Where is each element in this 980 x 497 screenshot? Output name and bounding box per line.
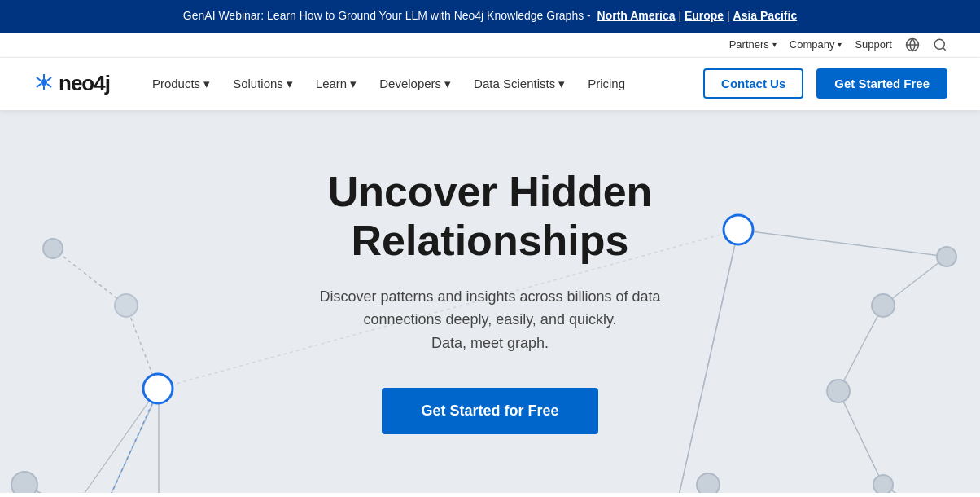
banner-separator-1: | <box>678 9 685 22</box>
pricing-label: Pricing <box>588 77 625 90</box>
svg-point-4 <box>41 79 47 86</box>
svg-line-9 <box>37 84 41 87</box>
products-label: Products <box>152 77 200 90</box>
get-started-free-button[interactable]: Get Started Free <box>816 68 947 99</box>
nav-solutions[interactable]: Solutions ▾ <box>223 70 303 98</box>
logo[interactable]: neo4j <box>33 71 110 97</box>
top-banner: GenAI Webinar: Learn How to Ground Your … <box>0 0 980 33</box>
support-label: Support <box>855 38 892 51</box>
svg-line-3 <box>943 47 945 50</box>
learn-label: Learn <box>316 77 347 90</box>
partners-menu[interactable]: Partners ▾ <box>729 38 777 51</box>
hero-subtitle-line1: Discover patterns and insights across bi… <box>319 288 660 305</box>
hero-subtitle: Discover patterns and insights across bi… <box>319 285 660 355</box>
nav-developers[interactable]: Developers ▾ <box>370 70 461 98</box>
support-link[interactable]: Support <box>855 38 892 51</box>
nav-data-scientists[interactable]: Data Scientists ▾ <box>464 70 575 98</box>
banner-link-asia-pacific[interactable]: Asia Pacific <box>733 9 798 22</box>
hero-title-line1: Uncover Hidden <box>328 168 653 215</box>
svg-point-36 <box>11 472 37 493</box>
svg-line-10 <box>37 77 41 81</box>
logo-text: neo4j <box>59 71 110 96</box>
products-chevron-icon: ▾ <box>203 77 210 91</box>
svg-line-7 <box>47 84 51 87</box>
get-started-for-free-button[interactable]: Get Started for Free <box>382 388 597 434</box>
banner-link-europe[interactable]: Europe <box>685 9 724 22</box>
hero-content: Uncover Hidden Relationships Discover pa… <box>303 119 676 483</box>
utility-nav: Partners ▾ Company ▾ Support <box>0 33 980 58</box>
developers-label: Developers <box>379 77 441 90</box>
svg-line-6 <box>47 77 51 81</box>
learn-chevron-icon: ▾ <box>350 77 357 91</box>
svg-point-46 <box>697 473 720 493</box>
svg-line-24 <box>838 306 883 391</box>
svg-point-39 <box>937 247 956 266</box>
company-chevron-icon: ▾ <box>838 40 842 49</box>
solutions-label: Solutions <box>233 77 283 90</box>
nav-products[interactable]: Products ▾ <box>142 70 220 98</box>
svg-point-40 <box>872 294 895 317</box>
solutions-chevron-icon: ▾ <box>287 77 293 91</box>
svg-point-35 <box>115 294 138 317</box>
nav-actions: Contact Us Get Started Free <box>703 68 947 99</box>
svg-line-25 <box>838 391 883 485</box>
data-scientists-chevron-icon: ▾ <box>558 77 565 91</box>
svg-point-51 <box>724 215 753 244</box>
svg-line-32 <box>73 389 159 493</box>
svg-line-21 <box>738 230 947 257</box>
svg-point-41 <box>827 380 850 402</box>
nav-items: Products ▾ Solutions ▾ Learn ▾ Developer… <box>142 70 703 98</box>
svg-point-42 <box>873 475 893 493</box>
svg-line-11 <box>53 248 126 306</box>
partners-label: Partners <box>729 38 769 51</box>
hero-title-line2: Relationships <box>352 217 629 264</box>
partners-chevron-icon: ▾ <box>772 40 777 49</box>
search-icon[interactable] <box>933 37 947 52</box>
company-label: Company <box>790 38 835 51</box>
svg-point-50 <box>143 374 173 403</box>
contact-us-button[interactable]: Contact Us <box>703 68 803 99</box>
nav-pricing[interactable]: Pricing <box>578 70 635 97</box>
globe-icon[interactable] <box>905 37 920 52</box>
banner-text: GenAI Webinar: Learn How to Ground Your … <box>183 9 594 22</box>
data-scientists-label: Data Scientists <box>474 77 555 90</box>
svg-line-19 <box>73 389 158 493</box>
banner-link-north-america[interactable]: North America <box>597 9 676 22</box>
hero-section: Uncover Hidden Relationships Discover pa… <box>0 110 980 493</box>
developers-chevron-icon: ▾ <box>444 77 451 91</box>
hero-subtitle-line3: Data, meet graph. <box>431 335 549 351</box>
banner-separator-2: | <box>727 9 733 22</box>
svg-point-2 <box>934 39 944 49</box>
svg-point-34 <box>43 239 63 258</box>
company-menu[interactable]: Company ▾ <box>790 38 842 51</box>
nav-learn[interactable]: Learn ▾ <box>306 70 366 98</box>
main-nav: neo4j Products ▾ Solutions ▾ Learn ▾ Dev… <box>0 58 980 110</box>
logo-dot-icon <box>33 71 59 97</box>
hero-subtitle-line2: connections deeply, easily, and quickly. <box>363 311 616 328</box>
hero-title: Uncover Hidden Relationships <box>319 168 660 266</box>
